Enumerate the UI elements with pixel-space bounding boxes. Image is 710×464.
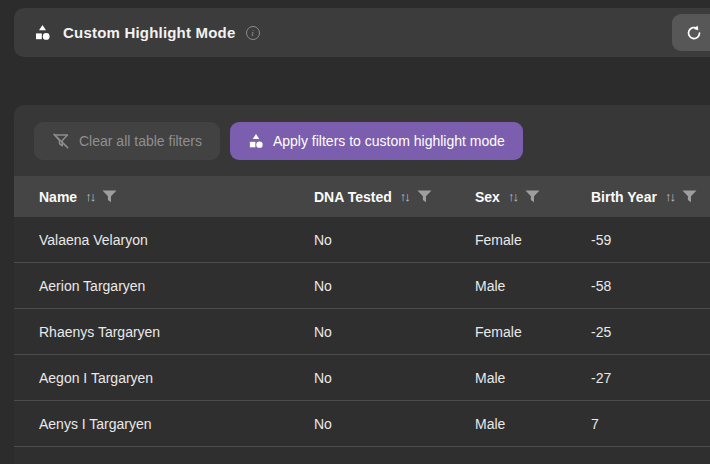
table-body: Valaena Velaryon No Female -59 Aerion Ta… bbox=[14, 217, 710, 464]
table-header-row: Name ↑↓ DNA Tested ↑↓ Sex ↑↓ bbox=[14, 176, 710, 217]
shapes-icon bbox=[248, 133, 264, 149]
reset-button[interactable]: R bbox=[672, 14, 710, 51]
cell-sex: Female bbox=[475, 232, 591, 248]
clear-filters-label: Clear all table filters bbox=[79, 133, 202, 149]
column-label: Name bbox=[39, 189, 77, 205]
cell-name: Valaena Velaryon bbox=[39, 232, 314, 248]
column-header-name[interactable]: Name ↑↓ bbox=[39, 189, 314, 205]
cell-dna-tested: No bbox=[314, 370, 475, 386]
filter-off-icon bbox=[52, 133, 70, 149]
filter-table-panel: Clear all table filters Apply filters to… bbox=[14, 105, 710, 464]
cell-sex: Male bbox=[475, 416, 591, 432]
page-title: Custom Highlight Mode bbox=[63, 24, 236, 41]
shapes-icon bbox=[34, 24, 51, 41]
cell-birth-year: -25 bbox=[591, 324, 710, 340]
table-row: Aegon I Targaryen No Male -27 bbox=[14, 355, 710, 401]
reset-icon bbox=[686, 25, 702, 41]
table-row: Rhaenys Targaryen No Female -25 bbox=[14, 309, 710, 355]
column-header-dna-tested[interactable]: DNA Tested ↑↓ bbox=[314, 189, 475, 205]
clear-filters-button[interactable]: Clear all table filters bbox=[34, 122, 220, 160]
info-icon[interactable]: i bbox=[246, 26, 260, 40]
cell-birth-year: -27 bbox=[591, 370, 710, 386]
cell-dna-tested: No bbox=[314, 278, 475, 294]
cell-name: Aegon I Targaryen bbox=[39, 370, 314, 386]
sort-icon[interactable]: ↑↓ bbox=[665, 189, 674, 204]
cell-name: Aerion Targaryen bbox=[39, 278, 314, 294]
cell-name: Aenys I Targaryen bbox=[39, 416, 314, 432]
filter-funnel-icon[interactable] bbox=[682, 190, 697, 203]
custom-highlight-mode-bar: Custom Highlight Mode i R bbox=[14, 8, 710, 57]
sort-icon[interactable]: ↑↓ bbox=[85, 189, 94, 204]
column-header-birth-year[interactable]: Birth Year ↑↓ bbox=[591, 189, 710, 205]
cell-birth-year: -58 bbox=[591, 278, 710, 294]
column-label: Birth Year bbox=[591, 189, 657, 205]
column-label: Sex bbox=[475, 189, 500, 205]
cell-sex: Female bbox=[475, 324, 591, 340]
cell-dna-tested: No bbox=[314, 416, 475, 432]
filter-funnel-icon[interactable] bbox=[525, 190, 540, 203]
cell-birth-year: 7 bbox=[591, 416, 710, 432]
filter-funnel-icon[interactable] bbox=[102, 190, 117, 203]
column-header-sex[interactable]: Sex ↑↓ bbox=[475, 189, 591, 205]
cell-dna-tested: No bbox=[314, 232, 475, 248]
table-row: Aerion Targaryen No Male -58 bbox=[14, 263, 710, 309]
filter-funnel-icon[interactable] bbox=[417, 190, 432, 203]
cell-sex: Male bbox=[475, 370, 591, 386]
cell-sex: Male bbox=[475, 278, 591, 294]
apply-filters-button[interactable]: Apply filters to custom highlight mode bbox=[230, 122, 523, 160]
sort-icon[interactable]: ↑↓ bbox=[508, 189, 517, 204]
cell-name: Rhaenys Targaryen bbox=[39, 324, 314, 340]
apply-filters-label: Apply filters to custom highlight mode bbox=[273, 133, 505, 149]
column-label: DNA Tested bbox=[314, 189, 392, 205]
page-background: Custom Highlight Mode i R Cl bbox=[0, 0, 710, 464]
filter-toolbar: Clear all table filters Apply filters to… bbox=[14, 105, 710, 176]
cell-dna-tested: No bbox=[314, 324, 475, 340]
cell-birth-year: -59 bbox=[591, 232, 710, 248]
table-row: Valaena Velaryon No Female -59 bbox=[14, 217, 710, 263]
table-row: Aenys I Targaryen No Male 7 bbox=[14, 401, 710, 447]
sort-icon[interactable]: ↑↓ bbox=[400, 189, 409, 204]
